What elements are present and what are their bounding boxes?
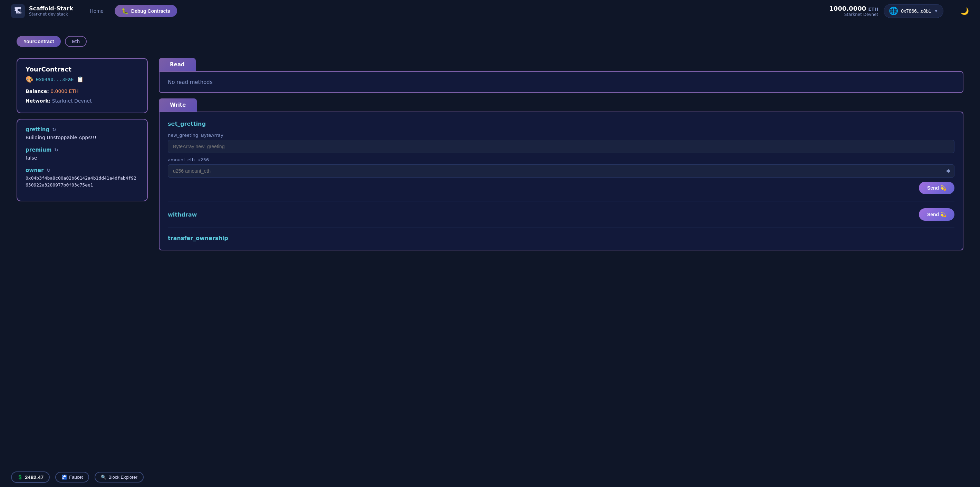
network-label: Starknet Devnet bbox=[829, 12, 878, 17]
withdraw-name: withdraw bbox=[168, 212, 197, 218]
method-owner: owner ↻ 0x04b3f4ba8c00a02b66142a4b1dd41a… bbox=[25, 167, 139, 188]
brand-subtitle: Starknet dev stack bbox=[29, 12, 73, 17]
amount-eth-input-wrapper: ✱ bbox=[168, 164, 955, 178]
divider-2 bbox=[168, 228, 955, 228]
chevron-down-icon: ▼ bbox=[934, 9, 938, 13]
no-read-methods-text: No read methods bbox=[168, 79, 212, 85]
method-owner-name[interactable]: owner bbox=[25, 167, 43, 173]
withdraw-row: withdraw Send 💫 bbox=[168, 208, 955, 221]
block-explorer-button[interactable]: 🔍 Block Explorer bbox=[95, 472, 144, 482]
bottom-bar: 💲 3482.47 🚰 Faucet 🔍 Block Explorer bbox=[0, 467, 980, 487]
contract-address-text: 0x04a0...3FaE bbox=[36, 77, 74, 82]
theme-toggle-button[interactable]: 🌙 bbox=[960, 7, 969, 15]
set-gretting-form: set_gretting new_greeting ByteArray amou… bbox=[168, 121, 955, 194]
balance-value: 0.0000 ETH bbox=[51, 88, 78, 94]
faucet-button[interactable]: 🚰 Faucet bbox=[55, 472, 89, 482]
debug-nav-label: Debug Contracts bbox=[131, 8, 170, 14]
amount-eth-param: amount_eth u256 ✱ bbox=[168, 157, 955, 178]
network-value: Starknet Devnet bbox=[52, 98, 92, 103]
wallet-address-text: 0x7866...c8b1 bbox=[901, 8, 931, 14]
balance-amount: 1000.0000 ETH bbox=[829, 5, 878, 12]
divider-1 bbox=[168, 201, 955, 201]
method-owner-value: 0x04b3f4ba8c00a02b66142a4b1dd41a4dfab4f9… bbox=[25, 175, 139, 188]
transfer-ownership-name: transfer_ownership bbox=[168, 235, 228, 242]
amount-eth-type: u256 bbox=[197, 157, 209, 162]
amount-eth-input[interactable] bbox=[168, 164, 955, 178]
contract-info: Balance: 0.0000 ETH Network: Starknet De… bbox=[25, 86, 139, 106]
method-premium-name[interactable]: premium bbox=[25, 147, 51, 153]
contract-tabs: YourContract Eth bbox=[17, 36, 963, 47]
brand-icon: 🏗 bbox=[14, 6, 22, 15]
brand-text: Scaffold-Stark Starknet dev stack bbox=[29, 5, 73, 17]
set-gretting-name: set_gretting bbox=[168, 121, 955, 127]
faucet-label: Faucet bbox=[69, 474, 83, 480]
amount-eth-key: amount_eth bbox=[168, 157, 195, 162]
home-nav-link[interactable]: Home bbox=[87, 6, 107, 15]
contract-address-row: 🎨 0x04a0...3FaE 📋 bbox=[25, 76, 139, 83]
block-explorer-label: Block Explorer bbox=[108, 474, 137, 480]
right-panel: Read No read methods Write set_gretting … bbox=[159, 58, 963, 250]
transfer-ownership-row: transfer_ownership bbox=[168, 235, 955, 242]
methods-card: gretting ↻ Building Unstoppable Apps!!! … bbox=[17, 119, 148, 201]
new-greeting-param: new_greeting ByteArray bbox=[168, 133, 955, 153]
new-greeting-labels: new_greeting ByteArray bbox=[168, 133, 955, 138]
amount-eth-icon: ✱ bbox=[946, 168, 950, 174]
wallet-address-button[interactable]: 🌐 0x7866...c8b1 ▼ bbox=[884, 4, 943, 18]
new-greeting-key: new_greeting bbox=[168, 133, 198, 138]
network-label-text: Network: bbox=[25, 98, 51, 103]
balance-display-button[interactable]: 💲 3482.47 bbox=[11, 471, 50, 483]
left-panel: YourContract 🎨 0x04a0...3FaE 📋 Balance: … bbox=[17, 58, 148, 250]
balance-label: Balance: bbox=[25, 88, 49, 94]
method-premium-name-row: premium ↻ bbox=[25, 147, 139, 153]
tab-your-contract[interactable]: YourContract bbox=[17, 36, 61, 47]
balance-row: Balance: 0.0000 ETH bbox=[25, 86, 139, 96]
amount-eth-labels: amount_eth u256 bbox=[168, 157, 955, 162]
copy-address-button[interactable]: 📋 bbox=[77, 76, 84, 83]
new-greeting-type: ByteArray bbox=[201, 133, 223, 138]
main-content: YourContract Eth YourContract 🎨 0x04a0..… bbox=[0, 22, 980, 278]
refresh-premium-icon[interactable]: ↻ bbox=[54, 147, 58, 153]
write-section-box: set_gretting new_greeting ByteArray amou… bbox=[159, 111, 963, 250]
write-section: Write set_gretting new_greeting ByteArra… bbox=[159, 99, 963, 250]
new-greeting-input[interactable] bbox=[168, 140, 955, 153]
method-gretting-name-row: gretting ↻ bbox=[25, 126, 139, 133]
explorer-icon: 🔍 bbox=[101, 474, 107, 480]
bottom-balance: 3482.47 bbox=[25, 474, 43, 480]
network-row: Network: Starknet Devnet bbox=[25, 96, 139, 106]
set-gretting-send-button[interactable]: Send 💫 bbox=[919, 182, 955, 194]
read-tab[interactable]: Read bbox=[159, 58, 196, 71]
balance-unit: ETH bbox=[869, 6, 878, 12]
debug-contracts-nav-button[interactable]: 🐛 Debug Contracts bbox=[115, 5, 177, 17]
globe-icon: 🌐 bbox=[889, 6, 898, 16]
refresh-owner-icon[interactable]: ↻ bbox=[46, 167, 51, 173]
contract-info-card: YourContract 🎨 0x04a0...3FaE 📋 Balance: … bbox=[17, 58, 148, 113]
read-section-box: No read methods bbox=[159, 71, 963, 93]
bug-icon: 🐛 bbox=[122, 8, 129, 14]
method-gretting: gretting ↻ Building Unstoppable Apps!!! bbox=[25, 126, 139, 141]
balance-block: 1000.0000 ETH Starknet Devnet bbox=[829, 5, 878, 17]
address-icon: 🎨 bbox=[25, 76, 33, 83]
contract-name: YourContract bbox=[25, 65, 139, 73]
method-premium-value: false bbox=[25, 154, 139, 162]
brand: 🏗 Scaffold-Stark Starknet dev stack bbox=[11, 4, 73, 18]
withdraw-send-button[interactable]: Send 💫 bbox=[919, 208, 955, 221]
content-row: YourContract 🎨 0x04a0...3FaE 📋 Balance: … bbox=[17, 58, 963, 250]
dollar-icon: 💲 bbox=[17, 474, 23, 480]
method-premium: premium ↻ false bbox=[25, 147, 139, 162]
nav-right: 1000.0000 ETH Starknet Devnet 🌐 0x7866..… bbox=[829, 4, 969, 18]
navbar: 🏗 Scaffold-Stark Starknet dev stack Home… bbox=[0, 0, 980, 22]
faucet-icon: 🚰 bbox=[62, 474, 67, 480]
method-gretting-name[interactable]: gretting bbox=[25, 126, 49, 133]
tab-eth[interactable]: Eth bbox=[65, 36, 87, 47]
brand-title: Scaffold-Stark bbox=[29, 5, 73, 12]
set-gretting-send-row: Send 💫 bbox=[168, 182, 955, 194]
write-tab[interactable]: Write bbox=[159, 99, 197, 111]
method-owner-name-row: owner ↻ bbox=[25, 167, 139, 173]
method-gretting-value: Building Unstoppable Apps!!! bbox=[25, 134, 139, 141]
read-section: Read No read methods bbox=[159, 58, 963, 93]
brand-logo: 🏗 bbox=[11, 4, 25, 18]
refresh-gretting-icon[interactable]: ↻ bbox=[52, 127, 56, 132]
